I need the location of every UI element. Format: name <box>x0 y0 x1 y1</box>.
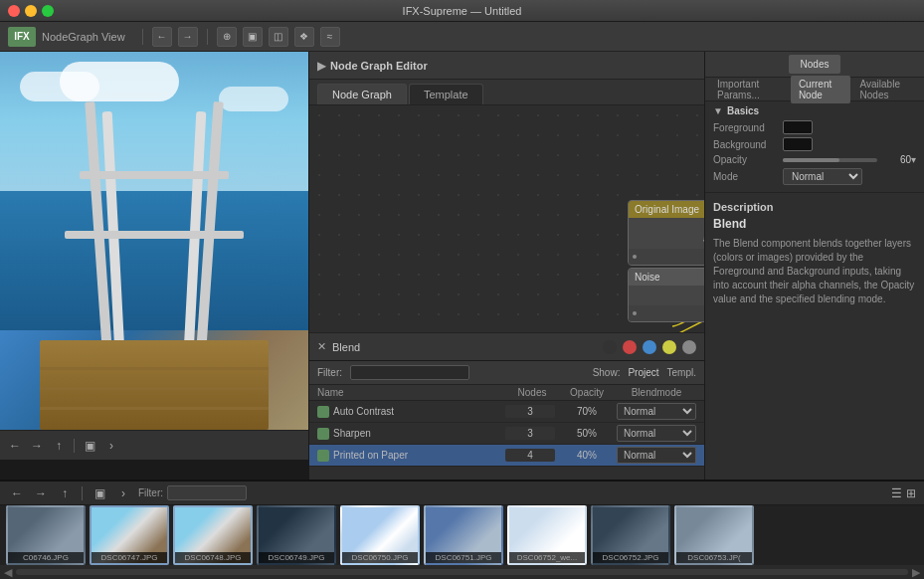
tool-btn-1[interactable]: ⊕ <box>217 27 237 47</box>
fs-scroll-right-btn[interactable]: ▶ <box>912 566 920 579</box>
film-label-0: C06746.JPG <box>8 552 84 563</box>
mode-select[interactable]: Normal Multiply Screen Overlay <box>783 168 862 185</box>
tool-btn-5[interactable]: ≈ <box>320 27 340 47</box>
fs-back-btn[interactable]: ← <box>8 484 26 502</box>
bg-color-swatch[interactable] <box>783 137 813 151</box>
rp-opacity-row: Opacity 60 ▾ <box>713 154 916 165</box>
film-thumb-0[interactable]: C06746.JPG <box>6 505 86 565</box>
rp-basics-header: ▼ Basics <box>713 105 916 116</box>
color-dot-gray[interactable] <box>682 340 696 354</box>
node-noise[interactable]: Noise ▾ out <box>628 268 704 322</box>
fg-label: Foreground <box>713 122 783 133</box>
film-thumb-6[interactable]: DSC06752_we... <box>507 505 587 565</box>
window-controls <box>8 5 54 17</box>
fs-list-icon[interactable]: ☰ <box>891 486 902 500</box>
color-dot-black[interactable] <box>603 340 617 354</box>
ng-bb-close[interactable]: ✕ <box>317 340 326 353</box>
ng-expand-arrow[interactable]: ▶ <box>317 59 326 73</box>
blend-select-2[interactable]: Normal Multiply <box>617 447 696 464</box>
maximize-button[interactable] <box>42 5 54 17</box>
node-noise-body: out <box>629 286 704 305</box>
node-canvas[interactable]: Original Image ▾ rgb alpha <box>309 105 704 332</box>
film-thumb-3[interactable]: DSC06749.JPG <box>257 505 336 565</box>
film-thumb-7[interactable]: DSC06752.JPG <box>591 505 670 565</box>
rp-tab-nodes[interactable]: Nodes <box>789 55 841 74</box>
tool-btn-4[interactable]: ❖ <box>294 27 314 47</box>
col-header-name: Name <box>317 387 507 398</box>
desc-text: The Blend component blends together laye… <box>713 237 916 306</box>
node-original-image-label: Original Image <box>635 204 699 215</box>
tool-btn-2[interactable]: ▣ <box>243 27 263 47</box>
list-item-nodes-0: 3 <box>505 405 555 418</box>
viewer-monitor-btn[interactable]: ▣ <box>81 437 98 455</box>
fs-monitor-btn[interactable]: ▣ <box>91 484 108 502</box>
minimize-button[interactable] <box>25 5 37 17</box>
list-item-icon-2 <box>317 450 329 462</box>
film-thumb-5[interactable]: DSC06751.JPG <box>424 505 503 565</box>
film-thumb-2[interactable]: DSC06748.JPG <box>173 505 253 565</box>
rp-stab-available[interactable]: Available Nodes <box>852 76 920 103</box>
rp-stab-current[interactable]: Current Node <box>791 76 850 103</box>
list-item-opacity-0: 70% <box>557 406 617 417</box>
list-item-0[interactable]: Auto Contrast 3 70% Normal Multiply Scre… <box>309 401 704 423</box>
window-title: IFX-Supreme — Untitled <box>403 5 522 17</box>
opacity-arrow[interactable]: ▾ <box>911 154 916 165</box>
desc-header: Description <box>713 201 916 213</box>
toolbar-separator <box>142 29 143 45</box>
fs-grid-icon[interactable]: ⊞ <box>906 486 916 500</box>
film-thumb-1[interactable]: DSC06747.JPG <box>90 505 169 565</box>
film-label-4: DSC06750.JPG <box>342 552 418 563</box>
color-dot-blue[interactable] <box>643 340 656 354</box>
basics-expand-icon[interactable]: ▼ <box>713 105 723 116</box>
toolbar: IFX NodeGraph View ← → ⊕ ▣ ◫ ❖ ≈ <box>0 22 924 52</box>
opacity-slider[interactable] <box>783 158 877 162</box>
ng-list-items: Auto Contrast 3 70% Normal Multiply Scre… <box>309 401 704 480</box>
rp-basics-section: ▼ Basics Foreground Background Opacity <box>705 101 924 192</box>
fs-scrollbar[interactable] <box>16 569 908 575</box>
right-panel: Nodes Important Params... Current Node A… <box>705 52 924 480</box>
fs-filter-input[interactable] <box>167 485 247 500</box>
filter-input[interactable] <box>350 365 469 380</box>
list-item-2[interactable]: Printed on Paper 4 40% Normal Multiply <box>309 445 704 467</box>
viewer-chevron-btn[interactable]: › <box>102 437 120 455</box>
fs-chevron-btn[interactable]: › <box>114 484 132 502</box>
close-button[interactable] <box>8 5 20 17</box>
template-label: Templ. <box>667 367 696 378</box>
fs-up-btn[interactable]: ↑ <box>56 484 74 502</box>
list-item-blend-0: Normal Multiply Screen <box>617 403 696 420</box>
tab-node-graph[interactable]: Node Graph <box>317 84 407 104</box>
viewer-back-btn[interactable]: ← <box>6 437 24 455</box>
rp-tabs: Nodes <box>705 52 924 78</box>
tool-btn-3[interactable]: ◫ <box>269 27 288 47</box>
node-original-image[interactable]: Original Image ▾ rgb alpha <box>628 200 704 266</box>
forward-button[interactable]: → <box>178 27 198 47</box>
color-dot-red[interactable] <box>623 340 637 354</box>
port-noise-out: out <box>635 290 704 300</box>
basics-label: Basics <box>727 105 759 116</box>
blend-select-1[interactable]: Normal Multiply <box>617 425 696 442</box>
fs-scroll-left-btn[interactable]: ◀ <box>4 566 12 579</box>
list-item-1[interactable]: Sharpen 3 50% Normal Multiply <box>309 423 704 445</box>
color-dot-yellow[interactable] <box>662 340 676 354</box>
list-item-opacity-1: 50% <box>557 428 617 439</box>
fg-color-swatch[interactable] <box>783 120 813 134</box>
tab-template[interactable]: Template <box>409 84 483 104</box>
film-thumb-4[interactable]: DSC06750.JPG <box>340 505 420 565</box>
blend-select-0[interactable]: Normal Multiply Screen <box>617 403 696 420</box>
list-item-icon-1 <box>317 428 329 440</box>
back-button[interactable]: ← <box>152 27 172 47</box>
ng-tabs: Node Graph Template <box>309 80 704 105</box>
viewer-up-btn[interactable]: ↑ <box>50 437 68 455</box>
fs-view-icons: ☰ ⊞ <box>891 486 916 500</box>
film-label-8: DSC06753.JP( <box>676 552 752 563</box>
rp-stab-important[interactable]: Important Params... <box>709 76 789 103</box>
ng-header: ▶ Node Graph Editor <box>309 52 704 80</box>
fs-forward-btn[interactable]: → <box>32 484 50 502</box>
node-noise-footer <box>629 305 704 321</box>
node-original-image-body: rgb alpha <box>629 218 704 249</box>
viewer-forward-btn[interactable]: → <box>28 437 46 455</box>
film-thumb-8[interactable]: DSC06753.JP( <box>674 505 754 565</box>
vc-separator <box>74 439 75 453</box>
filmstrip-items: C06746.JPG DSC06747.JPG DSC06748.JPG DSC… <box>0 505 924 565</box>
rp-subtabs: Important Params... Current Node Availab… <box>705 78 924 101</box>
